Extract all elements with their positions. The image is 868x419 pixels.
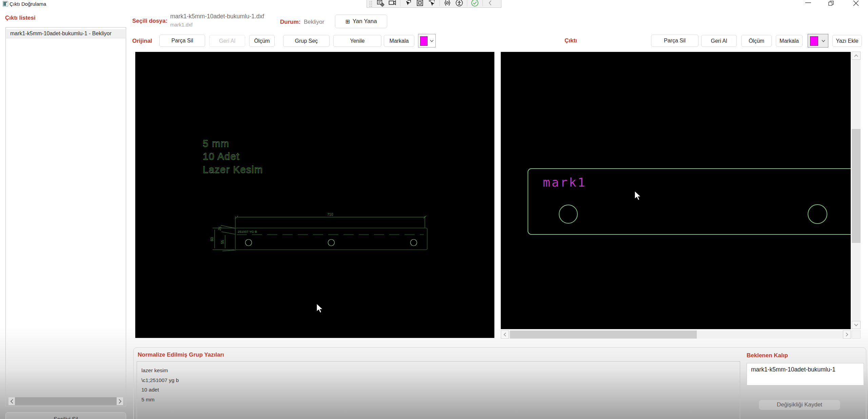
- original-group-select-button[interactable]: Grup Seç: [283, 35, 330, 47]
- output-list: mark1-k5mm-10adet-bukumlu-1 - Bekliyor: [5, 27, 126, 406]
- minimize-button[interactable]: [804, 0, 812, 7]
- selected-file-label: Seçili dosya:: [132, 18, 167, 24]
- output-label: Çıktı: [565, 37, 577, 44]
- svg-text:Lazer Kesim: Lazer Kesim: [203, 164, 263, 175]
- region-select-icon[interactable]: [404, 0, 412, 7]
- save-change-button[interactable]: Değişikliği Kaydet: [759, 400, 840, 410]
- expected-template-input[interactable]: mark1-k5mm-10adet-bukumlu-1: [747, 363, 864, 385]
- grid-icon: ⊞: [345, 18, 350, 25]
- delete-selected-button[interactable]: Seçiliyi Sil: [5, 412, 126, 419]
- scroll-right-icon[interactable]: [843, 330, 851, 339]
- code-braces-icon[interactable]: [443, 0, 451, 7]
- mark-text: mark1: [543, 175, 586, 189]
- status-value: Bekliyor: [304, 19, 324, 25]
- toolbar: [367, 0, 501, 8]
- svg-text:710: 710: [327, 212, 333, 216]
- scrollbar-thumb[interactable]: [510, 330, 697, 339]
- svg-text:55: 55: [220, 240, 224, 244]
- original-drawing: 5 mm 10 Adet Lazer Kesim 710 251007 YG B…: [135, 52, 495, 338]
- color-swatch: [420, 36, 428, 46]
- detect-target-icon[interactable]: [377, 0, 384, 7]
- svg-text:251007 YG B: 251007 YG B: [238, 230, 257, 233]
- selected-file-secondary: mark1.dxf: [170, 22, 193, 27]
- original-undo-button[interactable]: Geri Al: [209, 35, 245, 47]
- mouse-cursor: [317, 304, 323, 313]
- chevron-down-icon: [822, 40, 825, 42]
- output-mark-button[interactable]: Markala: [776, 35, 803, 47]
- original-mark-color-dropdown[interactable]: [418, 34, 436, 47]
- scroll-down-icon[interactable]: [852, 321, 861, 329]
- original-delete-part-button[interactable]: Parça Sil: [159, 35, 205, 47]
- original-canvas[interactable]: 5 mm 10 Adet Lazer Kesim 710 251007 YG B…: [135, 52, 495, 338]
- grip-dots-icon[interactable]: [369, 0, 373, 7]
- list-item[interactable]: lazer kesim: [141, 366, 740, 376]
- svg-text:5 mm: 5 mm: [203, 138, 230, 149]
- parts-select-icon[interactable]: [428, 0, 436, 7]
- collapse-left-icon[interactable]: [487, 0, 494, 7]
- scroll-left-icon[interactable]: [8, 399, 15, 404]
- selected-file-primary: mark1-k5mm-10adet-bukumlu-1.dxf: [170, 13, 264, 20]
- svg-text:60: 60: [210, 237, 214, 241]
- app-icon: [3, 1, 8, 6]
- side-by-side-button[interactable]: ⊞Yan Yana: [335, 15, 387, 28]
- output-undo-button[interactable]: Geri Al: [701, 35, 737, 47]
- scrollbar-corner: [852, 330, 861, 339]
- list-item[interactable]: 10 adet: [141, 385, 740, 395]
- expected-template-label: Beklenen Kalıp: [747, 352, 788, 359]
- list-item[interactable]: 5 mm: [141, 395, 740, 405]
- output-canvas[interactable]: mark1: [500, 52, 851, 329]
- close-button[interactable]: [852, 0, 860, 7]
- verify-check-icon[interactable]: [471, 0, 479, 7]
- chevron-down-icon: [430, 40, 434, 42]
- output-drawing: [501, 52, 851, 329]
- accessibility-icon[interactable]: [455, 0, 463, 7]
- svg-text:25: 25: [217, 226, 222, 231]
- restore-button[interactable]: [828, 0, 836, 7]
- mouse-cursor: [635, 191, 641, 200]
- list-item[interactable]: \c1;251007 yg b: [141, 376, 740, 385]
- list-item[interactable]: mark1-k5mm-10adet-bukumlu-1 - Bekliyor: [6, 29, 125, 38]
- scroll-up-icon[interactable]: [852, 52, 861, 60]
- scrollbar-thumb[interactable]: [852, 129, 861, 243]
- color-swatch: [810, 36, 818, 46]
- box-in-box-icon[interactable]: [416, 0, 424, 7]
- normalized-group-title: Normalize Edilmiş Grup Yazıları: [138, 351, 224, 358]
- output-vertical-scrollbar[interactable]: [852, 52, 861, 329]
- normalized-group-list[interactable]: lazer kesim \c1;251007 yg b 10 adet 5 mm: [137, 361, 740, 419]
- status-label: Durum:: [280, 19, 300, 25]
- window-title: Çıktı Doğrulama: [9, 1, 46, 7]
- output-list-title: Çıktı listesi: [5, 15, 36, 21]
- original-refresh-button[interactable]: Yenile: [333, 35, 381, 47]
- original-measure-button[interactable]: Ölçüm: [249, 35, 275, 47]
- output-horizontal-scrollbar[interactable]: [501, 330, 851, 339]
- scroll-right-icon[interactable]: [117, 399, 123, 404]
- svg-text:10 Adet: 10 Adet: [203, 151, 240, 162]
- scroll-left-icon[interactable]: [501, 330, 509, 339]
- camera-icon[interactable]: [389, 0, 396, 7]
- output-delete-part-button[interactable]: Parça Sil: [651, 35, 698, 47]
- output-add-text-button[interactable]: Yazı Ekle: [832, 35, 862, 47]
- original-mark-button[interactable]: Markala: [384, 35, 414, 47]
- original-label: Orijinal: [132, 38, 152, 44]
- output-measure-button[interactable]: Ölçüm: [741, 35, 772, 47]
- output-mark-color-dropdown[interactable]: [808, 34, 828, 47]
- scrollbar-thumb[interactable]: [15, 397, 117, 405]
- sidebar-horizontal-scrollbar[interactable]: [8, 397, 123, 405]
